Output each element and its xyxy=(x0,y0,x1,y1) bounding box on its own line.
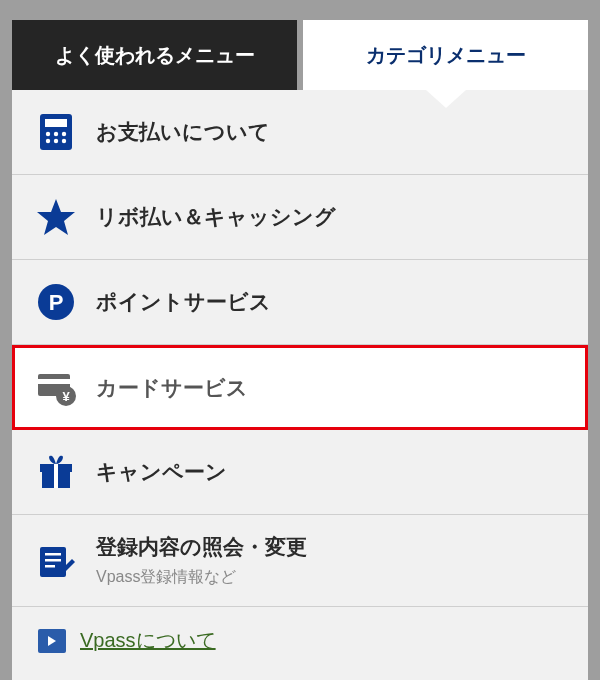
menu-item-payment[interactable]: お支払いについて xyxy=(12,90,588,175)
menu-item-label: リボ払い＆キャッシング xyxy=(96,203,336,231)
tab-category-label: カテゴリメニュー xyxy=(366,42,526,69)
menu-item-campaign[interactable]: キャンペーン xyxy=(12,430,588,515)
svg-rect-1 xyxy=(45,119,67,127)
svg-point-4 xyxy=(62,132,66,136)
menu-item-sublabel: Vpass登録情報など xyxy=(96,567,307,588)
menu-item-label: ポイントサービス xyxy=(96,288,271,316)
svg-point-3 xyxy=(54,132,58,136)
svg-rect-16 xyxy=(54,464,58,488)
svg-rect-11 xyxy=(38,379,70,384)
svg-rect-18 xyxy=(45,553,61,556)
menu-item-label: お支払いについて xyxy=(96,118,270,146)
tab-frequent[interactable]: よく使われるメニュー xyxy=(12,20,297,90)
menu-item-label: キャンペーン xyxy=(96,458,227,486)
menu-item-label: 登録内容の照会・変更 xyxy=(96,533,307,561)
tab-bar: よく使われるメニュー カテゴリメニュー xyxy=(12,12,588,90)
calculator-icon xyxy=(34,110,78,154)
menu-item-revolving[interactable]: リボ払い＆キャッシング xyxy=(12,175,588,260)
svg-point-2 xyxy=(46,132,50,136)
edit-document-icon xyxy=(34,539,78,583)
svg-rect-20 xyxy=(45,565,55,568)
svg-text:P: P xyxy=(49,290,64,315)
menu-item-points[interactable]: P ポイントサービス xyxy=(12,260,588,345)
card-yen-icon: ¥ xyxy=(34,366,78,410)
vpass-link-row[interactable]: Vpassについて xyxy=(12,607,588,674)
gift-icon xyxy=(34,450,78,494)
play-arrow-icon xyxy=(38,629,66,653)
tab-frequent-label: よく使われるメニュー xyxy=(55,42,255,69)
category-menu-list: お支払いについて リボ払い＆キャッシング P xyxy=(12,90,588,680)
svg-point-5 xyxy=(46,139,50,143)
svg-point-6 xyxy=(54,139,58,143)
svg-text:¥: ¥ xyxy=(62,389,70,404)
menu-item-card[interactable]: ¥ カードサービス xyxy=(12,345,588,430)
menu-item-label: カードサービス xyxy=(96,374,248,402)
tab-category[interactable]: カテゴリメニュー xyxy=(303,20,588,90)
star-icon xyxy=(34,195,78,239)
points-p-icon: P xyxy=(34,280,78,324)
vpass-link-label: Vpassについて xyxy=(80,627,216,654)
menu-item-register[interactable]: 登録内容の照会・変更 Vpass登録情報など xyxy=(12,515,588,607)
svg-point-7 xyxy=(62,139,66,143)
svg-rect-19 xyxy=(45,559,61,562)
